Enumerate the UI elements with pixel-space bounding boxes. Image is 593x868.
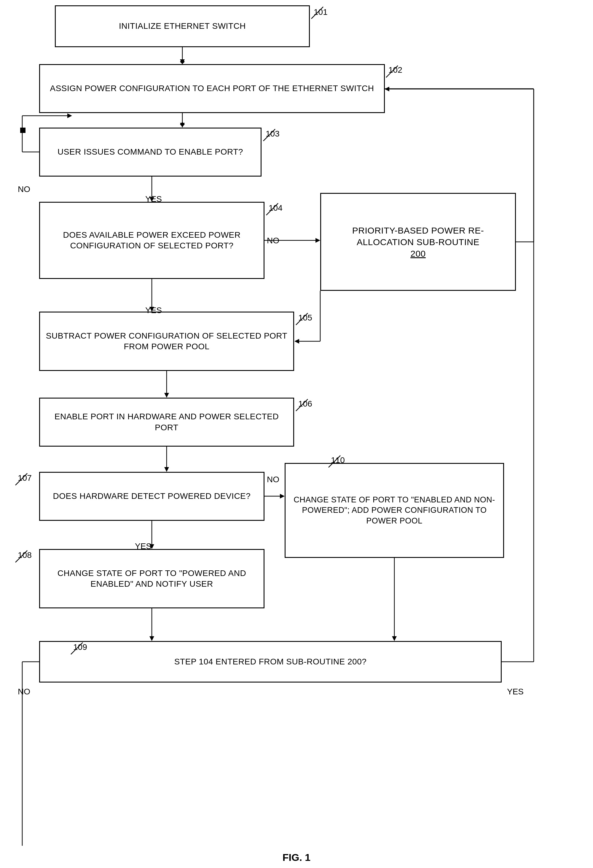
svg-marker-12	[315, 238, 320, 243]
box-subtract-power-config: SUBTRACT POWER CONFIGURATION OF SELECTED…	[39, 311, 294, 371]
svg-marker-39	[180, 122, 185, 127]
svg-marker-3	[180, 123, 185, 128]
box103-label: USER ISSUES COMMAND TO ENABLE PORT?	[57, 146, 243, 157]
box104-label: DOES AVAILABLE POWER EXCEED POWER CONFIG…	[44, 230, 259, 251]
svg-marker-1	[180, 59, 185, 64]
box-change-state-powered-enabled: CHANGE STATE OF PORT TO "POWERED AND ENA…	[39, 549, 265, 608]
svg-marker-21	[164, 467, 169, 472]
figure-label: FIG. 1	[252, 852, 341, 863]
svg-marker-40	[180, 59, 185, 64]
box101-label: INITIALIZE ETHERNET SWITCH	[119, 21, 246, 31]
label-no-107: NO	[267, 475, 279, 484]
svg-line-45	[296, 313, 308, 325]
svg-marker-19	[164, 393, 169, 398]
box102-label: ASSIGN POWER CONFIGURATION TO EACH PORT …	[50, 83, 374, 94]
svg-marker-23	[280, 494, 285, 499]
svg-line-46	[296, 399, 308, 411]
box108-label: CHANGE STATE OF PORT TO "POWERED AND ENA…	[44, 568, 259, 590]
svg-line-48	[15, 551, 27, 562]
label-yes-104: YES	[145, 306, 162, 315]
box107-label: DOES HARDWARE DETECT POWERED DEVICE?	[53, 491, 251, 502]
svg-line-43	[263, 129, 275, 141]
box-does-available-power: DOES AVAILABLE POWER EXCEED POWER CONFIG…	[39, 202, 265, 279]
svg-line-50	[71, 642, 83, 654]
label-yes-107: YES	[135, 542, 152, 551]
box110-label: CHANGE STATE OF PORT TO "ENABLED AND NON…	[290, 495, 499, 526]
svg-line-42	[386, 66, 398, 77]
svg-line-47	[15, 473, 27, 485]
label-no-104: NO	[267, 236, 279, 245]
diagram-container: INITIALIZE ETHERNET SWITCH 101 ASSIGN PO…	[0, 0, 593, 868]
label-no-109: NO	[18, 687, 30, 697]
box-initialize-ethernet-switch: INITIALIZE ETHERNET SWITCH	[55, 5, 310, 47]
svg-rect-6	[20, 128, 25, 133]
box-user-issues-command: USER ISSUES COMMAND TO ENABLE PORT?	[39, 128, 262, 177]
box109-label: STEP 104 ENTERED FROM SUB-ROUTINE 200?	[174, 657, 367, 667]
svg-marker-17	[294, 339, 299, 344]
svg-marker-27	[149, 636, 154, 641]
label-yes-103: YES	[145, 194, 162, 204]
box105-label: SUBTRACT POWER CONFIGURATION OF SELECTED…	[44, 331, 289, 352]
svg-marker-8	[67, 114, 72, 118]
box-step-104-entered: STEP 104 ENTERED FROM SUB-ROUTINE 200?	[39, 641, 502, 682]
box-priority-based-power: PRIORITY-BASED POWER RE-ALLOCATION SUB-R…	[320, 193, 516, 291]
box-enable-port-hardware: ENABLE PORT IN HARDWARE AND POWER SELECT…	[39, 398, 294, 447]
box-does-hardware-detect: DOES HARDWARE DETECT POWERED DEVICE?	[39, 472, 265, 521]
svg-line-49	[328, 456, 340, 467]
box-change-state-enabled-nonpowered: CHANGE STATE OF PORT TO "ENABLED AND NON…	[285, 463, 504, 558]
svg-line-41	[311, 7, 323, 19]
box200-label: PRIORITY-BASED POWER RE-ALLOCATION SUB-R…	[325, 224, 511, 259]
svg-line-44	[266, 203, 278, 215]
label-yes-109: YES	[507, 687, 524, 697]
label-no-103: NO	[18, 185, 30, 194]
box-assign-power-config: ASSIGN POWER CONFIGURATION TO EACH PORT …	[39, 64, 385, 113]
svg-marker-35	[384, 87, 389, 92]
box106-label: ENABLE PORT IN HARDWARE AND POWER SELECT…	[44, 411, 289, 433]
svg-marker-29	[392, 636, 397, 641]
